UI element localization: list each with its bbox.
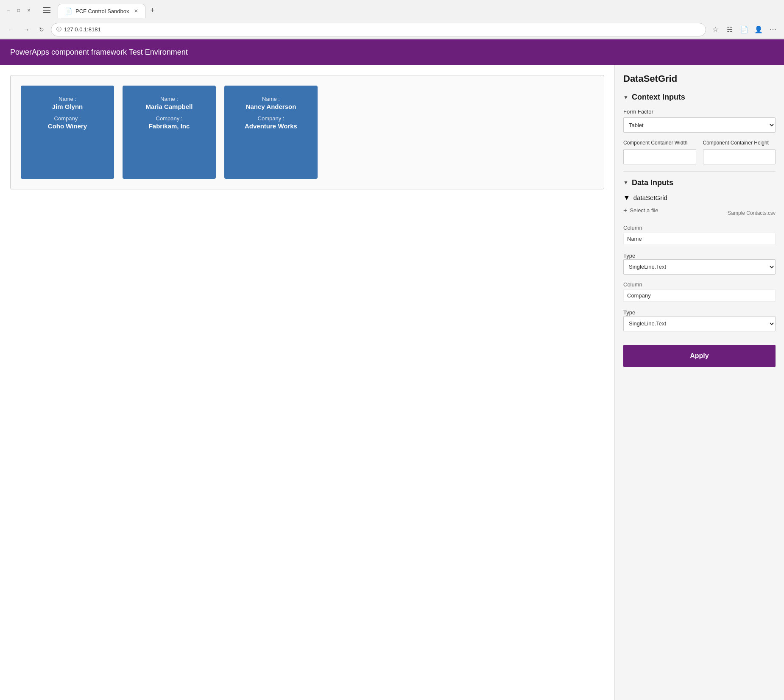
type-1-label: Type (623, 253, 635, 259)
type-2-label: Type (623, 309, 635, 316)
contact-card-3[interactable]: Name : Nancy Anderson Company : Adventur… (224, 86, 318, 179)
maximize-button[interactable]: □ (15, 7, 22, 14)
plus-icon: + (623, 207, 627, 214)
tab-title: PCF Control Sandbox (75, 8, 129, 14)
data-inputs-title: Data Inputs (632, 178, 673, 187)
card-3-company-value: Adventure Works (245, 122, 297, 130)
apply-button[interactable]: Apply (623, 345, 776, 367)
content-area: Name : Jim Glynn Company : Coho Winery N… (0, 65, 614, 700)
container-height-input[interactable] (703, 149, 776, 164)
close-button[interactable]: ✕ (25, 7, 32, 14)
container-width-label: Component Container Width (623, 139, 696, 147)
column-2-section: Column Company (623, 281, 776, 302)
context-inputs-title: Context Inputs (632, 93, 685, 102)
app-header: PowerApps component framework Test Envir… (0, 39, 784, 65)
column-1-value: Name (623, 233, 776, 245)
settings-more-icon[interactable]: ⋯ (767, 24, 779, 36)
profile-icon[interactable]: 👤 (753, 24, 764, 36)
address-text: 127.0.0.1:8181 (64, 26, 101, 33)
contact-card-2[interactable]: Name : Maria Campbell Company : Fabrikam… (123, 86, 216, 179)
context-inputs-header[interactable]: ▼ Context Inputs (623, 93, 776, 102)
select-file-button[interactable]: + Select a file (623, 207, 658, 214)
panel-title: DataSetGrid (623, 73, 776, 84)
type-2-group: Type SingleLine.Text Whole.None FP Decim… (623, 308, 776, 331)
container-width-input[interactable] (623, 149, 696, 164)
card-2-company-label: Company : (156, 115, 183, 122)
container-fields: Component Container Width Component Cont… (623, 139, 776, 164)
column-2-value: Company (623, 289, 776, 302)
window-controls: – □ ✕ (5, 7, 32, 14)
column-2-label: Column (623, 281, 776, 288)
tab-close-button[interactable]: ✕ (134, 8, 138, 14)
browser-chrome: – □ ✕ 📄 PCF Control Sandbox ✕ + ← → ↻ ⓘ … (0, 0, 784, 39)
card-3-company-label: Company : (258, 115, 285, 122)
data-inputs-header[interactable]: ▼ Data Inputs (623, 178, 776, 187)
card-1-company-label: Company : (54, 115, 81, 122)
card-2-company-value: Fabrikam, Inc (149, 122, 190, 130)
dataset-grid-chevron-icon: ▼ (623, 194, 630, 202)
select-file-row: + Select a file Sample Contacts.csv (623, 207, 776, 219)
collections-icon[interactable]: 📄 (738, 24, 750, 36)
svg-rect-1 (43, 10, 50, 11)
dataset-grid-sub-header[interactable]: ▼ dataSetGrid (623, 194, 776, 202)
container-width-field: Component Container Width (623, 139, 696, 164)
contact-card-1[interactable]: Name : Jim Glynn Company : Coho Winery (21, 86, 114, 179)
sample-file-name: Sample Contacts.csv (728, 210, 776, 216)
card-3-name-label: Name : (262, 96, 280, 102)
right-panel: DataSetGrid ▼ Context Inputs Form Factor… (614, 65, 784, 700)
main-layout: Name : Jim Glynn Company : Coho Winery N… (0, 65, 784, 700)
app-header-title: PowerApps component framework Test Envir… (10, 48, 188, 57)
card-1-company-value: Coho Winery (48, 122, 87, 130)
divider-1 (623, 171, 776, 172)
container-height-field: Component Container Height (703, 139, 776, 164)
form-factor-label: Form Factor (623, 108, 776, 115)
svg-rect-2 (43, 12, 50, 13)
reading-view-icon[interactable]: ☵ (724, 24, 736, 36)
address-input[interactable]: ⓘ 127.0.0.1:8181 (51, 23, 706, 36)
svg-rect-0 (43, 7, 50, 8)
card-1-name-value: Jim Glynn (52, 103, 83, 110)
forward-button[interactable]: → (20, 24, 32, 36)
dataset-grid-label: dataSetGrid (633, 194, 667, 201)
type-1-select[interactable]: SingleLine.Text Whole.None FP Decimal Cu… (623, 259, 776, 275)
card-2-name-value: Maria Campbell (146, 103, 193, 110)
card-container: Name : Jim Glynn Company : Coho Winery N… (10, 75, 604, 189)
column-1-label: Column (623, 225, 776, 231)
new-tab-button[interactable]: + (145, 3, 159, 17)
minimize-button[interactable]: – (5, 7, 12, 14)
context-inputs-chevron-icon: ▼ (623, 94, 628, 100)
card-3-name-value: Nancy Anderson (246, 103, 296, 110)
tab-favicon: 📄 (65, 8, 72, 14)
type-1-group: Type SingleLine.Text Whole.None FP Decim… (623, 252, 776, 275)
refresh-button[interactable]: ↻ (36, 24, 47, 36)
card-1-name-label: Name : (59, 96, 76, 102)
back-button[interactable]: ← (5, 24, 17, 36)
active-tab[interactable]: 📄 PCF Control Sandbox ✕ (58, 4, 145, 18)
address-bar: ← → ↻ ⓘ 127.0.0.1:8181 ☆ ☵ 📄 👤 ⋯ (0, 20, 784, 39)
data-inputs-chevron-icon: ▼ (623, 180, 628, 186)
select-file-label: Select a file (630, 207, 658, 214)
sidebar-toggle-button[interactable] (40, 3, 53, 17)
address-icons: ☆ ☵ 📄 👤 ⋯ (709, 24, 779, 36)
card-2-name-label: Name : (160, 96, 178, 102)
form-factor-select[interactable]: Tablet Phone Desktop (623, 117, 776, 133)
container-height-label: Component Container Height (703, 139, 776, 147)
favorites-star-icon[interactable]: ☆ (709, 24, 721, 36)
type-2-select[interactable]: SingleLine.Text Whole.None FP Decimal Cu… (623, 316, 776, 331)
cards-row: Name : Jim Glynn Company : Coho Winery N… (21, 86, 594, 179)
title-bar: – □ ✕ 📄 PCF Control Sandbox ✕ + (0, 0, 784, 20)
tab-bar: 📄 PCF Control Sandbox ✕ + (58, 2, 159, 18)
form-factor-group: Form Factor Tablet Phone Desktop (623, 108, 776, 133)
column-1-section: Column Name (623, 225, 776, 245)
